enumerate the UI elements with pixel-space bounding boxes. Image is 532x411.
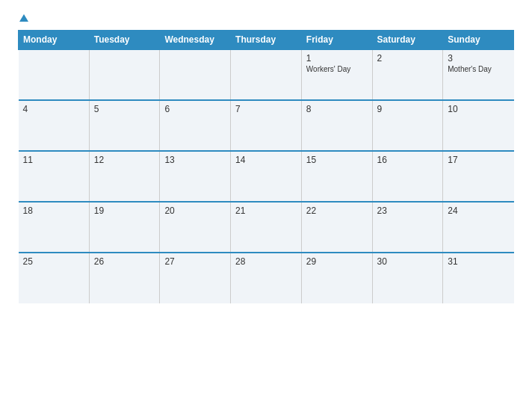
- day-number: 15: [306, 155, 368, 165]
- calendar-week-row: 25262728293031: [19, 253, 514, 303]
- day-number: 23: [377, 206, 439, 216]
- calendar-cell: 16: [372, 151, 443, 202]
- header: [18, 15, 514, 22]
- day-number: 12: [94, 155, 155, 165]
- calendar-cell: 30: [372, 253, 443, 303]
- calendar-cell: 29: [301, 253, 372, 303]
- day-number: 17: [448, 155, 509, 165]
- weekday-header-tuesday: Tuesday: [89, 31, 160, 50]
- calendar-week-row: 11121314151617: [19, 151, 514, 202]
- calendar-cell: 27: [160, 253, 231, 303]
- day-event: Mother's Day: [448, 65, 509, 73]
- day-number: 8: [306, 104, 368, 114]
- day-number: 10: [448, 104, 509, 114]
- day-number: 13: [164, 155, 226, 165]
- weekday-header-saturday: Saturday: [372, 31, 443, 50]
- logo: [18, 15, 28, 22]
- calendar-cell: 17: [443, 151, 514, 202]
- calendar-cell: 24: [443, 202, 514, 253]
- calendar-cell: 21: [231, 202, 302, 253]
- calendar-cell: 6: [160, 100, 231, 151]
- calendar-cell: [160, 49, 231, 100]
- day-number: 30: [377, 256, 439, 267]
- calendar-cell: 28: [231, 253, 302, 303]
- calendar-cell: 2: [372, 49, 443, 100]
- day-number: 9: [377, 104, 439, 114]
- day-number: 2: [377, 53, 439, 64]
- calendar-cell: [231, 49, 302, 100]
- day-number: 28: [235, 256, 297, 267]
- weekday-header-thursday: Thursday: [231, 31, 302, 50]
- calendar-cell: 26: [89, 253, 160, 303]
- day-number: 7: [235, 104, 297, 114]
- weekday-header-row: MondayTuesdayWednesdayThursdayFridaySatu…: [19, 31, 514, 50]
- weekday-header-monday: Monday: [19, 31, 90, 50]
- calendar-cell: 18: [19, 202, 90, 253]
- calendar-week-row: 1Workers' Day23Mother's Day: [19, 49, 514, 100]
- day-event: Workers' Day: [306, 65, 368, 73]
- calendar-cell: 13: [160, 151, 231, 202]
- calendar-cell: 15: [301, 151, 372, 202]
- calendar-cell: [19, 49, 90, 100]
- calendar-cell: 25: [19, 253, 90, 303]
- calendar-cell: 23: [372, 202, 443, 253]
- weekday-header-sunday: Sunday: [443, 31, 514, 50]
- day-number: 27: [164, 256, 226, 267]
- calendar-week-row: 18192021222324: [19, 202, 514, 253]
- calendar-cell: 8: [301, 100, 372, 151]
- weekday-header-friday: Friday: [301, 31, 372, 50]
- day-number: 31: [448, 256, 509, 267]
- day-number: 24: [448, 206, 509, 216]
- calendar-cell: 5: [89, 100, 160, 151]
- day-number: 19: [94, 206, 155, 216]
- calendar-cell: 3Mother's Day: [443, 49, 514, 100]
- calendar-cell: 31: [443, 253, 514, 303]
- day-number: 5: [94, 104, 155, 114]
- day-number: 1: [306, 53, 368, 64]
- calendar-cell: 7: [231, 100, 302, 151]
- calendar-cell: 4: [19, 100, 90, 151]
- day-number: 22: [306, 206, 368, 216]
- day-number: 6: [164, 104, 226, 114]
- calendar-cell: 9: [372, 100, 443, 151]
- calendar-cell: [89, 49, 160, 100]
- calendar-cell: 10: [443, 100, 514, 151]
- calendar-cell: 20: [160, 202, 231, 253]
- logo-triangle-icon: [19, 14, 28, 22]
- calendar-cell: 22: [301, 202, 372, 253]
- day-number: 16: [377, 155, 439, 165]
- weekday-header-wednesday: Wednesday: [160, 31, 231, 50]
- calendar-cell: 14: [231, 151, 302, 202]
- day-number: 14: [235, 155, 297, 165]
- day-number: 4: [23, 104, 84, 114]
- day-number: 18: [23, 206, 84, 216]
- day-number: 29: [306, 256, 368, 267]
- day-number: 21: [235, 206, 297, 216]
- calendar-table: MondayTuesdayWednesdayThursdayFridaySatu…: [18, 30, 514, 303]
- calendar-week-row: 45678910: [19, 100, 514, 151]
- day-number: 11: [23, 155, 84, 165]
- day-number: 20: [164, 206, 226, 216]
- calendar-cell: 12: [89, 151, 160, 202]
- calendar-cell: 11: [19, 151, 90, 202]
- day-number: 26: [94, 256, 155, 267]
- day-number: 25: [23, 256, 84, 267]
- day-number: 3: [448, 53, 509, 64]
- calendar-page: MondayTuesdayWednesdayThursdayFridaySatu…: [0, 0, 532, 411]
- calendar-cell: 1Workers' Day: [301, 49, 372, 100]
- calendar-cell: 19: [89, 202, 160, 253]
